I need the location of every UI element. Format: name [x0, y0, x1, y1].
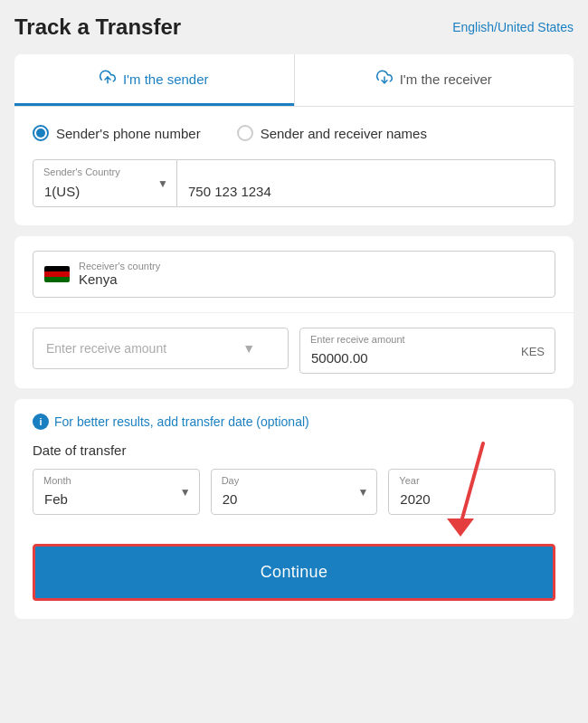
page-title: Track a Transfer — [14, 14, 181, 40]
amount-dropdown-chevron: ▼ — [242, 341, 255, 356]
header: Track a Transfer English/United States — [14, 14, 574, 40]
info-circle-icon: i — [33, 414, 49, 430]
radio-phone-circle — [33, 125, 49, 141]
radio-names-label: Sender and receiver names — [261, 126, 427, 141]
tab-card: I'm the sender I'm the receiver Sender's… — [14, 54, 574, 225]
month-wrapper: Month Feb ▼ — [33, 469, 200, 515]
amount-dropdown-wrapper: Enter receive amount ▼ — [33, 328, 289, 374]
year-input[interactable] — [388, 469, 555, 515]
tab-sender-label: I'm the sender — [123, 71, 209, 87]
radio-names-circle — [237, 125, 253, 141]
day-select[interactable]: 20 — [211, 469, 378, 515]
date-section: i For better results, add transfer date … — [14, 399, 574, 529]
continue-button[interactable]: Continue — [33, 544, 555, 601]
amount-dropdown-btn[interactable]: Enter receive amount ▼ — [33, 328, 289, 369]
kenya-flag — [44, 266, 70, 282]
receive-amount-input[interactable] — [299, 328, 555, 374]
receiver-country-row[interactable]: Receiver's country Kenya — [33, 251, 555, 298]
day-wrapper: Day 20 ▼ — [211, 469, 378, 515]
sender-country-wrapper: Sender's Country 1(US) ▼ — [33, 159, 177, 207]
radio-names[interactable]: Sender and receiver names — [237, 125, 427, 141]
radio-section: Sender's phone number Sender and receive… — [14, 107, 574, 159]
optional-text-row: i For better results, add transfer date … — [33, 414, 555, 430]
radio-phone-label: Sender's phone number — [56, 126, 201, 141]
receiver-country-info: Receiver's country Kenya — [79, 261, 160, 288]
phone-input-row: Sender's Country 1(US) ▼ — [14, 159, 574, 225]
amount-dropdown-placeholder: Enter receive amount — [46, 341, 166, 356]
tab-bar: I'm the sender I'm the receiver — [14, 54, 574, 107]
radio-phone[interactable]: Sender's phone number — [33, 125, 201, 141]
receiver-country-name: Kenya — [79, 271, 118, 287]
tab-receiver[interactable]: I'm the receiver — [295, 54, 574, 106]
amount-row: Enter receive amount ▼ Enter receive amo… — [14, 313, 574, 388]
tab-sender[interactable]: I'm the sender — [14, 54, 294, 106]
date-card: i For better results, add transfer date … — [14, 399, 574, 619]
receiver-country-section: Receiver's country Kenya — [14, 236, 574, 313]
phone-number-input[interactable] — [177, 159, 555, 207]
receiver-card: Receiver's country Kenya Enter receive a… — [14, 236, 574, 388]
sender-country-select[interactable]: 1(US) — [33, 159, 177, 207]
date-row: Month Feb ▼ Day 20 ▼ Year — [33, 469, 555, 515]
year-wrapper: Year — [388, 469, 555, 515]
optional-text-label: For better results, add transfer date (o… — [54, 414, 309, 429]
currency-badge: KES — [521, 344, 545, 357]
month-select[interactable]: Feb — [33, 469, 200, 515]
language-selector[interactable]: English/United States — [452, 20, 574, 34]
download-icon — [376, 69, 393, 89]
tab-receiver-label: I'm the receiver — [400, 71, 492, 87]
receiver-country-field-label: Receiver's country — [79, 261, 160, 271]
date-of-transfer-label: Date of transfer — [33, 442, 555, 458]
upload-icon — [100, 69, 116, 89]
continue-btn-wrapper: Continue — [14, 529, 574, 619]
amount-input-wrapper: Enter receive amount KES — [299, 328, 555, 374]
